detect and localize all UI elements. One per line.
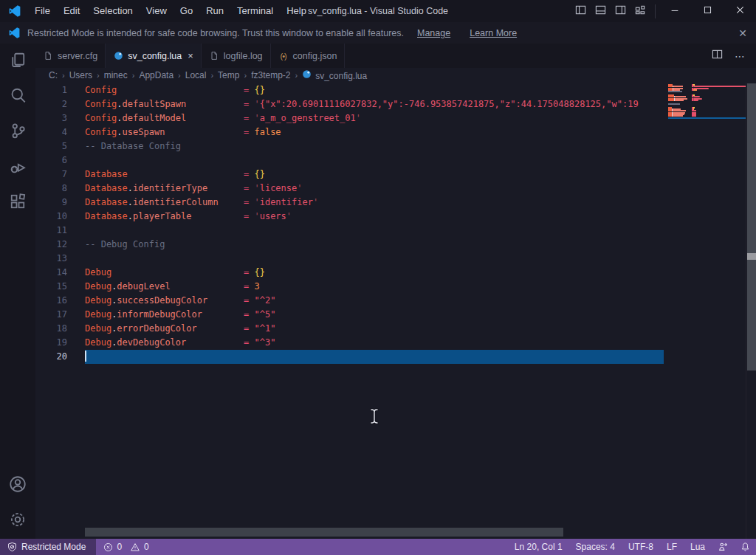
- activitybar-item-settings-gear[interactable]: [0, 503, 35, 539]
- code-line[interactable]: 1Config= {}: [35, 83, 664, 97]
- activitybar-item-explorer[interactable]: [0, 44, 35, 79]
- close-icon[interactable]: ✕: [738, 27, 747, 39]
- menu-terminal[interactable]: Terminal: [230, 0, 280, 22]
- code-line[interactable]: 13: [35, 252, 664, 266]
- line-content[interactable]: Database.identifierColumn= 'identifier': [85, 196, 664, 210]
- split-editor-icon[interactable]: [712, 49, 723, 63]
- line-number[interactable]: 9: [35, 196, 85, 210]
- maximize-button[interactable]: [691, 0, 724, 22]
- line-content[interactable]: Database.playerTable= 'users': [85, 210, 664, 224]
- tab-sv_config.lua[interactable]: sv_config.lua×: [106, 44, 202, 68]
- problems-indicator[interactable]: 0 0: [96, 542, 160, 552]
- line-number[interactable]: 10: [35, 210, 85, 224]
- activitybar-item-run-debug[interactable]: [0, 150, 35, 185]
- line-number[interactable]: 4: [35, 125, 85, 139]
- code-line[interactable]: 20: [35, 350, 664, 364]
- breadcrumb-item[interactable]: AppData: [139, 70, 173, 80]
- code-line[interactable]: 10Database.playerTable= 'users': [35, 210, 664, 224]
- menu-selection[interactable]: Selection: [86, 0, 139, 22]
- more-actions-icon[interactable]: ⋯: [735, 49, 746, 63]
- menu-file[interactable]: File: [28, 0, 57, 22]
- line-content[interactable]: Debug.debugLevel= 3: [85, 280, 664, 294]
- line-number[interactable]: 14: [35, 266, 85, 280]
- line-content[interactable]: Config.defaultSpawn= '{"x":20.6901111602…: [85, 97, 664, 111]
- tab-config.json[interactable]: (•)config.json: [271, 44, 346, 68]
- line-number[interactable]: 7: [35, 168, 85, 182]
- status-encoding[interactable]: UTF-8: [622, 542, 660, 552]
- line-content[interactable]: -- Database Config: [85, 139, 664, 154]
- line-number[interactable]: 3: [35, 111, 85, 125]
- line-number[interactable]: 18: [35, 322, 85, 336]
- close-button[interactable]: [724, 0, 756, 22]
- line-number[interactable]: 1: [35, 83, 85, 97]
- close-icon[interactable]: ×: [188, 50, 193, 61]
- line-number[interactable]: 8: [35, 182, 85, 196]
- line-content[interactable]: Config.defaultModel= 'a_m_o_genstreet_01…: [85, 111, 664, 125]
- line-content[interactable]: -- Debug Config: [85, 238, 664, 252]
- panel-left-icon[interactable]: [575, 4, 586, 18]
- breadcrumb-item[interactable]: minec: [104, 70, 128, 80]
- panel-bottom-icon[interactable]: [595, 4, 606, 18]
- code-line[interactable]: 15Debug.debugLevel= 3: [35, 280, 664, 294]
- status-cursor-position[interactable]: Ln 20, Col 1: [508, 542, 569, 552]
- vertical-scrollbar[interactable]: [746, 83, 756, 539]
- code-line[interactable]: 12-- Debug Config: [35, 238, 664, 252]
- code-line[interactable]: 3Config.defaultModel= 'a_m_o_genstreet_0…: [35, 111, 664, 125]
- code-line[interactable]: 5-- Database Config: [35, 139, 664, 154]
- line-number[interactable]: 13: [35, 252, 85, 266]
- banner-link-manage[interactable]: Manage: [417, 28, 450, 38]
- scrollbar-thumb[interactable]: [747, 83, 756, 370]
- breadcrumb-item[interactable]: C:: [49, 70, 58, 80]
- line-number[interactable]: 20: [35, 350, 85, 364]
- status-eol[interactable]: LF: [660, 542, 684, 552]
- line-content[interactable]: Database= {}: [85, 168, 664, 182]
- line-content[interactable]: Config.useSpawn= false: [85, 125, 664, 139]
- activitybar-item-extensions[interactable]: [0, 185, 35, 221]
- tab-server.cfg[interactable]: server.cfg: [35, 44, 106, 68]
- status-bell[interactable]: [735, 542, 756, 552]
- line-content[interactable]: [85, 252, 664, 266]
- activitybar-item-search[interactable]: [0, 79, 35, 114]
- code-line[interactable]: 11: [35, 224, 664, 238]
- line-content[interactable]: Debug.informDebugColor= "^5": [85, 308, 664, 322]
- minimize-button[interactable]: [659, 0, 691, 22]
- status-feedback[interactable]: [712, 542, 735, 552]
- layout-customize-icon[interactable]: [635, 4, 646, 18]
- line-number[interactable]: 19: [35, 336, 85, 350]
- breadcrumb-item[interactable]: fz3temp-2: [251, 70, 290, 80]
- code-line[interactable]: 16Debug.successDebugColor= "^2": [35, 294, 664, 308]
- status-indentation[interactable]: Spaces: 4: [569, 542, 622, 552]
- line-number[interactable]: 6: [35, 154, 85, 168]
- breadcrumb-item[interactable]: sv_config.lua: [302, 69, 367, 81]
- breadcrumb-item[interactable]: Users: [69, 70, 92, 80]
- code-line[interactable]: 18Debug.errorDebugColor= "^1": [35, 322, 664, 336]
- code-line[interactable]: 2Config.defaultSpawn= '{"x":20.690111160…: [35, 97, 664, 111]
- breadcrumb-item[interactable]: Temp: [218, 70, 239, 80]
- minimap[interactable]: [668, 84, 746, 534]
- code-lines[interactable]: 1Config= {}2Config.defaultSpawn= '{"x":2…: [35, 83, 664, 364]
- line-content[interactable]: Debug= {}: [85, 266, 664, 280]
- activitybar-item-account[interactable]: [0, 468, 35, 503]
- line-content[interactable]: [85, 350, 664, 364]
- editor[interactable]: 1Config= {}2Config.defaultSpawn= '{"x":2…: [35, 83, 756, 539]
- line-number[interactable]: 17: [35, 308, 85, 322]
- restricted-mode-indicator[interactable]: Restricted Mode: [0, 539, 96, 555]
- menu-help[interactable]: Help: [280, 0, 313, 22]
- menu-edit[interactable]: Edit: [57, 0, 86, 22]
- code-line[interactable]: 9Database.identifierColumn= 'identifier': [35, 196, 664, 210]
- line-content[interactable]: Debug.errorDebugColor= "^1": [85, 322, 664, 336]
- activitybar-item-source-control[interactable]: [0, 114, 35, 150]
- code-line[interactable]: 8Database.identifierType= 'license': [35, 182, 664, 196]
- line-content[interactable]: Config= {}: [85, 83, 664, 97]
- banner-link-learn-more[interactable]: Learn More: [470, 28, 517, 38]
- menu-go[interactable]: Go: [173, 0, 199, 22]
- line-content[interactable]: Debug.devDebugColor= "^3": [85, 336, 664, 350]
- line-content[interactable]: [85, 224, 664, 238]
- code-line[interactable]: 17Debug.informDebugColor= "^5": [35, 308, 664, 322]
- breadcrumb-item[interactable]: Local: [185, 70, 207, 80]
- menu-view[interactable]: View: [140, 0, 173, 22]
- line-number[interactable]: 12: [35, 238, 85, 252]
- horizontal-scrollbar[interactable]: [85, 528, 563, 537]
- line-number[interactable]: 15: [35, 280, 85, 294]
- menu-run[interactable]: Run: [199, 0, 230, 22]
